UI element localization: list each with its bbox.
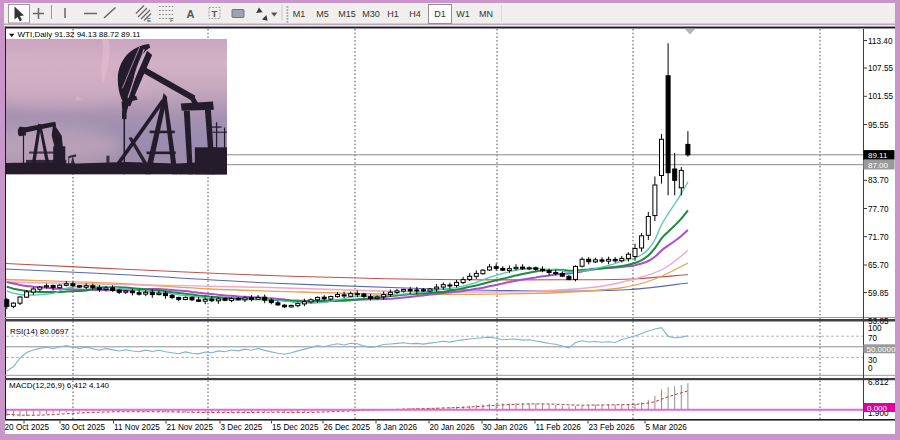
svg-text:107.55: 107.55 [868,64,893,73]
svg-text:113.40: 113.40 [868,37,893,46]
svg-text:H4: H4 [409,9,421,19]
svg-text:3 Dec 2025: 3 Dec 2025 [221,423,263,432]
svg-text:6.812: 6.812 [868,378,889,387]
svg-text:65.70: 65.70 [868,261,889,270]
svg-text:RSI(14) 80.0697: RSI(14) 80.0697 [10,327,69,336]
svg-text:20 Jan 2026: 20 Jan 2026 [430,423,476,432]
svg-text:0: 0 [868,364,873,373]
svg-text:83.70: 83.70 [868,176,889,185]
svg-text:W1: W1 [456,9,470,19]
svg-text:MACD(12,26,9) 6.412 4.140: MACD(12,26,9) 6.412 4.140 [9,381,110,390]
svg-text:30 Jan 2026: 30 Jan 2026 [483,423,529,432]
svg-text:A: A [187,8,195,20]
svg-text:5 Mar 2026: 5 Mar 2026 [646,423,688,432]
svg-text:26 Dec 2025: 26 Dec 2025 [324,423,371,432]
svg-text:71.70: 71.70 [868,233,889,242]
svg-text:30 Oct 2025: 30 Oct 2025 [61,423,106,432]
svg-text:11 Nov 2025: 11 Nov 2025 [114,423,160,432]
svg-text:WTI,Daily 91.32 94.13 88.72 8: WTI,Daily 91.32 94.13 88.72 89.11 [18,30,142,39]
svg-text:M15: M15 [338,9,356,19]
svg-text:21 Nov 2025: 21 Nov 2025 [167,423,214,432]
svg-text:8 Jan 2026: 8 Jan 2026 [377,423,418,432]
svg-text:M30: M30 [362,9,380,19]
svg-text:77.70: 77.70 [868,205,889,214]
svg-text:D1: D1 [434,9,446,19]
svg-text:70: 70 [868,334,878,343]
svg-text:M1: M1 [293,9,306,19]
svg-text:50.0000: 50.0000 [867,345,896,354]
svg-text:20 Oct 2025: 20 Oct 2025 [5,423,50,432]
svg-text:11 Feb 2026: 11 Feb 2026 [536,423,582,432]
svg-text:T: T [212,8,218,19]
svg-text:23 Feb 2026: 23 Feb 2026 [589,423,635,432]
svg-text:H1: H1 [387,9,399,19]
svg-text:15 Dec 2025: 15 Dec 2025 [272,423,319,432]
svg-text:59.85: 59.85 [868,289,889,298]
svg-text:0.000: 0.000 [867,404,888,413]
svg-text:95.55: 95.55 [868,121,889,130]
svg-text:89.11: 89.11 [868,151,888,160]
svg-text:F: F [170,17,174,23]
svg-text:MN: MN [479,9,493,19]
svg-text:M5: M5 [316,9,329,19]
svg-text:87.00: 87.00 [868,161,889,170]
svg-text:E: E [147,17,151,23]
svg-text:100: 100 [868,324,882,333]
svg-text:101.55: 101.55 [868,92,893,101]
